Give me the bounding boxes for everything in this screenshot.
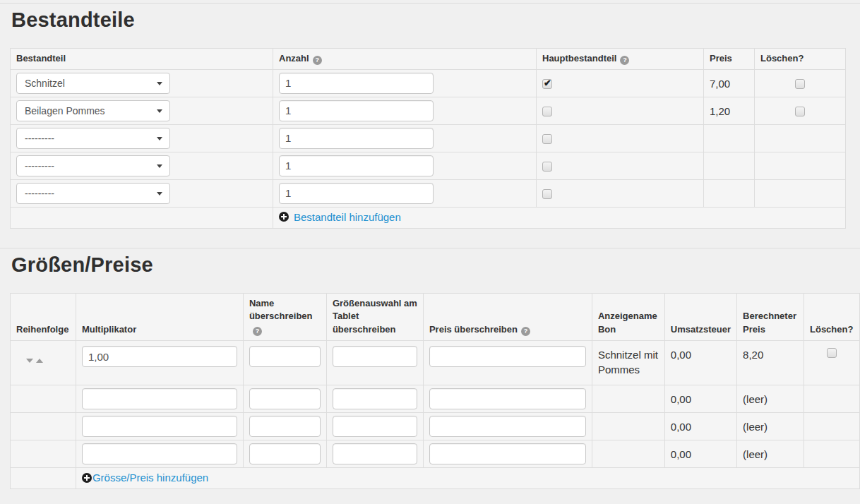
anzeigename-bon-value: Schnitzel mit Pommes	[592, 341, 664, 385]
col-reihenfolge: Reihenfolge	[11, 293, 76, 341]
section-bestandteile: Bestandteile Bestandteil Anzahl Hauptbes…	[0, 3, 860, 229]
plus-icon	[279, 212, 289, 222]
berechneter-preis-value: 8,20	[737, 341, 804, 385]
preis-ueberschreiben-input[interactable]	[429, 443, 586, 464]
col-loeschen: Löschen?	[755, 48, 846, 69]
hauptbestandteil-checkbox[interactable]	[542, 134, 552, 144]
chevron-down-icon	[157, 82, 162, 85]
preis-value: 7,00	[704, 69, 755, 97]
col-name-ueberschreiben: Name überschreiben	[243, 293, 326, 341]
groesse-row: Schnitzel mit Pommes 0,00 8,20	[11, 341, 860, 385]
hauptbestandteil-checkbox[interactable]	[542, 79, 552, 89]
anzahl-input[interactable]	[279, 73, 434, 94]
groessen-header-row: Reihenfolge Multiplikator Name überschre…	[11, 293, 860, 341]
preis-value: 1,20	[704, 97, 755, 124]
preis-ueberschreiben-input[interactable]	[429, 346, 586, 367]
groesse-row: 0,00 (leer)	[11, 385, 860, 413]
name-ueberschreiben-input[interactable]	[249, 443, 321, 464]
col-groessenauswahl: Größenauswahl am Tablet überschreiben	[326, 293, 423, 341]
groessenauswahl-input[interactable]	[333, 416, 417, 437]
groesse-row: 0,00 (leer)	[11, 413, 860, 440]
loeschen-checkbox[interactable]	[827, 348, 837, 358]
anzahl-input[interactable]	[279, 155, 434, 176]
preis-value	[704, 179, 755, 207]
hauptbestandteil-checkbox[interactable]	[542, 189, 552, 199]
multiplikator-input[interactable]	[82, 388, 237, 409]
multiplikator-input[interactable]	[82, 416, 237, 437]
bestandteil-select[interactable]: ---------	[16, 183, 170, 204]
preis-ueberschreiben-input[interactable]	[429, 416, 586, 437]
plus-icon	[82, 473, 92, 483]
col-anzahl: Anzahl	[273, 48, 537, 69]
anzahl-input[interactable]	[279, 100, 434, 121]
anzahl-input[interactable]	[279, 183, 434, 204]
groesse-row: 0,00 (leer)	[11, 440, 860, 468]
multiplikator-input[interactable]	[82, 346, 237, 367]
berechneter-preis-value: (leer)	[737, 413, 804, 440]
anzeigename-bon-value	[592, 413, 664, 440]
bestandteile-table: Bestandteil Anzahl Hauptbestandteil Prei…	[10, 48, 846, 229]
loeschen-checkbox[interactable]	[795, 107, 805, 116]
page-title-groessen-preise: Größen/Preise	[11, 254, 860, 277]
col-anzeigename-bon: Anzeigename Bon	[592, 293, 664, 341]
groessenauswahl-input[interactable]	[333, 346, 417, 367]
bestandteil-select[interactable]: ---------	[16, 128, 170, 149]
question-icon	[253, 327, 262, 336]
bestandteile-header-row: Bestandteil Anzahl Hauptbestandteil Prei…	[11, 48, 846, 69]
loeschen-checkbox[interactable]	[795, 79, 805, 89]
bestandteil-row: Schnitzel 7,00	[11, 69, 846, 97]
page-title-bestandteile: Bestandteile	[11, 9, 860, 32]
col-preis: Preis	[704, 48, 755, 69]
bestandteil-row: ---------	[11, 179, 846, 207]
col-loeschen: Löschen?	[804, 293, 860, 341]
preis-value	[704, 124, 755, 152]
bestandteil-select[interactable]: Schnitzel	[16, 73, 170, 94]
chevron-down-icon	[157, 164, 162, 168]
move-up-icon[interactable]	[36, 359, 43, 363]
col-berechneter-preis: Berechneter Preis	[737, 293, 804, 341]
umsatzsteuer-value: 0,00	[664, 341, 736, 385]
question-icon	[313, 56, 322, 65]
col-umsatzsteuer: Umsatzsteuer	[664, 293, 736, 341]
name-ueberschreiben-input[interactable]	[249, 346, 321, 367]
move-down-icon[interactable]	[26, 359, 33, 363]
hauptbestandteil-checkbox[interactable]	[542, 162, 552, 172]
groessenauswahl-input[interactable]	[333, 388, 417, 409]
chevron-down-icon	[157, 192, 162, 196]
question-icon	[521, 327, 530, 336]
anzeigename-bon-value	[592, 440, 664, 468]
col-hauptbestandteil: Hauptbestandteil	[537, 48, 704, 69]
bestandteil-row: ---------	[11, 152, 846, 179]
anzahl-input[interactable]	[279, 128, 434, 149]
question-icon	[620, 56, 629, 65]
preis-value	[704, 152, 755, 179]
name-ueberschreiben-input[interactable]	[249, 388, 321, 409]
bestandteil-row: ---------	[11, 124, 846, 152]
groessenauswahl-input[interactable]	[333, 443, 417, 464]
anzeigename-bon-value	[592, 385, 664, 413]
bestandteil-select[interactable]: ---------	[16, 155, 170, 176]
groessen-add-row: Grösse/Preis hinzufügen	[11, 468, 860, 489]
col-bestandteil: Bestandteil	[11, 48, 273, 69]
col-multiplikator: Multiplikator	[76, 293, 243, 341]
add-bestandteil-button[interactable]: Bestandteil hinzufügen	[279, 211, 401, 223]
bestandteile-add-row: Bestandteil hinzufügen	[11, 207, 846, 228]
add-groesse-preis-button[interactable]: Grösse/Preis hinzufügen	[82, 472, 208, 484]
chevron-down-icon	[157, 137, 162, 140]
umsatzsteuer-value: 0,00	[664, 385, 736, 413]
umsatzsteuer-value: 0,00	[664, 440, 736, 468]
col-preis-ueberschreiben: Preis überschreiben	[423, 293, 592, 341]
chevron-down-icon	[157, 109, 162, 113]
berechneter-preis-value: (leer)	[737, 385, 804, 413]
berechneter-preis-value: (leer)	[737, 440, 804, 468]
name-ueberschreiben-input[interactable]	[249, 416, 321, 437]
preis-ueberschreiben-input[interactable]	[429, 388, 586, 409]
section-groessen-preise: Größen/Preise Reihenfolge Multiplikator …	[0, 248, 860, 489]
umsatzsteuer-value: 0,00	[664, 413, 736, 440]
groessen-preise-table: Reihenfolge Multiplikator Name überschre…	[10, 293, 860, 490]
bestandteil-select[interactable]: Beilagen Pommes	[16, 100, 170, 121]
bestandteil-row: Beilagen Pommes 1,20	[11, 97, 846, 124]
hauptbestandteil-checkbox[interactable]	[542, 107, 552, 116]
multiplikator-input[interactable]	[82, 443, 237, 464]
